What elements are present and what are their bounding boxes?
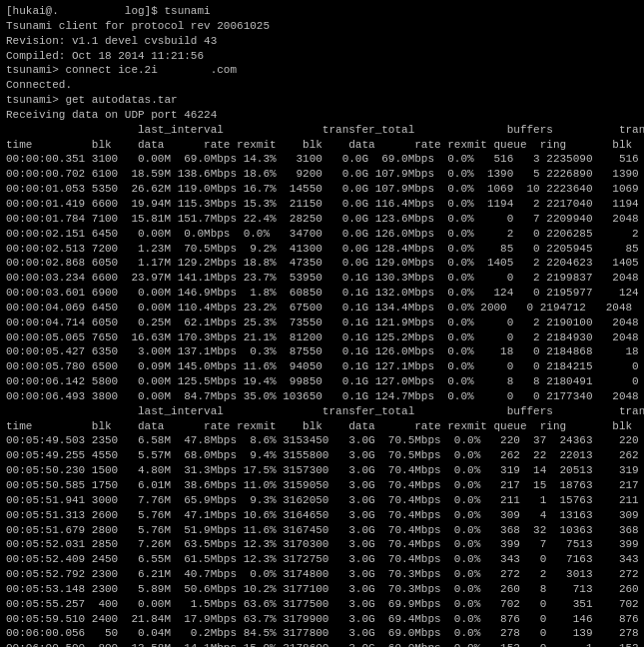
terminal-line: tsunami> get autodatas.tar: [6, 93, 638, 108]
terminal-line: 00:05:51.941 3000 7.76M 65.9Mbps 9.3% 31…: [6, 493, 638, 508]
terminal-line: 00:00:01.053 5350 26.62M 119.0Mbps 16.7%…: [6, 182, 638, 197]
terminal-line: 00:05:59.510 2400 21.84M 17.9Mbps 63.7% …: [6, 612, 638, 627]
terminal-output: [hukai@. log]$ tsunamiTsunami client for…: [6, 4, 638, 647]
terminal-line: 00:05:52.792 2300 6.21M 40.7Mbps 0.0% 31…: [6, 567, 638, 582]
terminal-line: 00:00:04.069 6450 0.00M 110.4Mbps 23.2% …: [6, 301, 638, 316]
terminal-line: 00:06:00.500 800 13.58M 14.1Mbps 15.9% 3…: [6, 641, 638, 647]
terminal-line: Compiled: Oct 18 2014 11:21:56: [6, 49, 638, 64]
terminal-line: 00:00:05.427 6350 3.00M 137.1Mbps 0.3% 8…: [6, 344, 638, 359]
terminal-line: 00:00:00.702 6100 18.59M 138.6Mbps 18.6%…: [6, 167, 638, 182]
terminal-line: 00:00:04.714 6050 0.25M 62.1Mbps 25.3% 7…: [6, 316, 638, 330]
terminal-line: Revision: v1.1 devel cvsbuild 43: [6, 34, 638, 49]
terminal-line: 00:00:03.601 6900 0.00M 146.9Mbps 1.8% 6…: [6, 286, 638, 301]
terminal-line: 00:05:55.257 400 0.00M 1.5Mbps 63.6% 317…: [6, 597, 638, 612]
terminal-line: 00:00:03.234 6600 23.97M 141.1Mbps 23.7%…: [6, 271, 638, 286]
terminal-line: 00:05:49.503 2350 6.58M 47.8Mbps 8.6% 31…: [6, 433, 638, 448]
terminal-line: 00:05:50.585 1750 6.01M 38.6Mbps 11.0% 3…: [6, 478, 638, 493]
terminal-line: Receiving data on UDP port 46224: [6, 108, 638, 123]
terminal-line: Connected.: [6, 78, 638, 93]
terminal-line: 00:00:05.780 6500 0.09M 145.0Mbps 11.6% …: [6, 359, 638, 374]
terminal-line: tsunami> connect ice.2i .com: [6, 63, 638, 78]
terminal-line: 00:00:06.142 5800 0.00M 125.5Mbps 19.4% …: [6, 374, 638, 389]
terminal-line: 00:05:49.255 4550 5.57M 68.0Mbps 9.4% 31…: [6, 448, 638, 463]
terminal-line: 00:05:53.148 2300 5.89M 50.6Mbps 10.2% 3…: [6, 582, 638, 597]
terminal-line: time blk data rate rexmit blk data rate …: [6, 138, 638, 153]
terminal-line: last_interval transfer_total buffers tra…: [6, 123, 638, 138]
terminal-line: [hukai@. log]$ tsunami: [6, 4, 638, 19]
terminal-line: Tsunami client for protocol rev 20061025: [6, 19, 638, 34]
terminal-line: 00:00:02.513 7200 1.23M 70.5Mbps 9.2% 41…: [6, 242, 638, 257]
terminal-window: [hukai@. log]$ tsunamiTsunami client for…: [6, 4, 638, 647]
terminal-line: 00:05:52.031 2850 7.26M 63.5Mbps 12.3% 3…: [6, 537, 638, 552]
terminal-line: 00:00:05.065 7650 16.63M 170.3Mbps 21.1%…: [6, 330, 638, 345]
terminal-line: 00:05:51.313 2600 5.76M 47.1Mbps 10.6% 3…: [6, 508, 638, 523]
terminal-line: 00:00:06.493 3800 0.00M 84.7Mbps 35.0% 1…: [6, 389, 638, 404]
terminal-line: 00:00:01.419 6600 19.94M 115.3Mbps 15.3%…: [6, 197, 638, 212]
terminal-line: 00:00:02.151 6450 0.00M 0.0Mbps 0.0% 347…: [6, 227, 638, 242]
terminal-line: 00:05:51.679 2800 5.76M 51.9Mbps 11.6% 3…: [6, 523, 638, 538]
terminal-line: 00:00:02.868 6050 1.17M 129.2Mbps 18.8% …: [6, 256, 638, 271]
terminal-line: 00:05:50.230 1500 4.80M 31.3Mbps 17.5% 3…: [6, 463, 638, 478]
terminal-line: time blk data rate rexmit blk data rate …: [6, 419, 638, 434]
terminal-line: last_interval transfer_total buffers tra…: [6, 404, 638, 419]
terminal-line: 00:06:00.056 50 0.04M 0.2Mbps 84.5% 3177…: [6, 626, 638, 641]
terminal-line: 00:00:01.784 7100 15.81M 151.7Mbps 22.4%…: [6, 212, 638, 227]
terminal-line: 00:00:00.351 3100 0.00M 69.0Mbps 14.3% 3…: [6, 152, 638, 167]
terminal-line: 00:05:52.409 2450 6.55M 61.5Mbps 12.3% 3…: [6, 552, 638, 567]
